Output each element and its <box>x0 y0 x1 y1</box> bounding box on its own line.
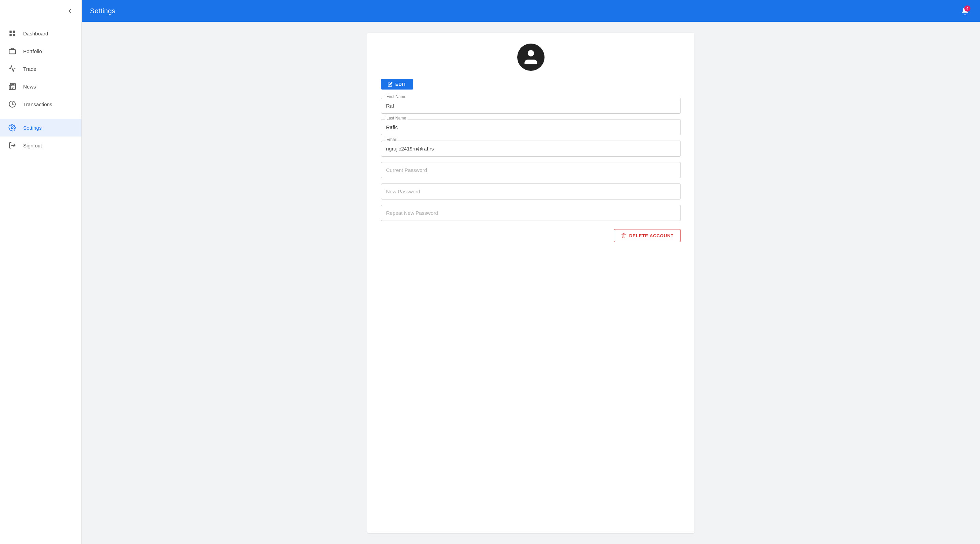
main-content: Settings 4 <box>82 0 980 544</box>
new-password-input[interactable] <box>381 184 681 200</box>
repeat-password-input[interactable] <box>381 205 681 221</box>
form-footer: DELETE ACCOUNT <box>381 229 681 242</box>
sidebar-item-news-label: News <box>23 84 36 90</box>
delete-account-label: DELETE ACCOUNT <box>629 233 674 238</box>
settings-card: EDIT First Name Last Name Email <box>368 33 694 533</box>
svg-rect-0 <box>10 31 11 33</box>
email-label: Email <box>385 137 398 142</box>
sidebar-toggle-area <box>0 0 81 22</box>
svg-point-6 <box>11 127 13 128</box>
sidebar-item-settings-label: Settings <box>23 125 41 131</box>
sidebar-nav: Dashboard Portfolio Trade <box>0 22 81 544</box>
avatar <box>517 44 544 71</box>
content-area: EDIT First Name Last Name Email <box>82 22 980 544</box>
svg-rect-4 <box>9 49 15 54</box>
first-name-group: First Name <box>381 98 681 114</box>
svg-point-8 <box>528 50 534 57</box>
trade-icon <box>8 65 16 73</box>
trash-icon <box>621 233 626 238</box>
sidebar-item-transactions-label: Transactions <box>23 102 52 107</box>
delete-account-button[interactable]: DELETE ACCOUNT <box>614 229 681 242</box>
sidebar-item-news[interactable]: News <box>0 78 81 95</box>
sidebar-bottom: Settings Sign out <box>0 119 81 157</box>
new-password-group <box>381 184 681 200</box>
svg-rect-2 <box>10 34 11 36</box>
sidebar-item-signout-label: Sign out <box>23 143 42 148</box>
sidebar-item-signout[interactable]: Sign out <box>0 136 81 154</box>
last-name-input[interactable] <box>381 119 681 135</box>
transactions-icon <box>8 100 16 108</box>
settings-icon <box>8 124 16 132</box>
current-password-input[interactable] <box>381 162 681 178</box>
topbar: Settings 4 <box>82 0 980 22</box>
user-avatar-icon <box>521 48 541 67</box>
avatar-section <box>381 44 681 71</box>
sidebar-item-dashboard[interactable]: Dashboard <box>0 24 81 42</box>
first-name-label: First Name <box>385 94 408 99</box>
dashboard-icon <box>8 29 16 38</box>
email-input[interactable] <box>381 141 681 157</box>
last-name-group: Last Name <box>381 119 681 135</box>
last-name-label: Last Name <box>385 116 407 121</box>
sidebar-item-dashboard-label: Dashboard <box>23 31 48 36</box>
current-password-group <box>381 162 681 178</box>
edit-button[interactable]: EDIT <box>381 79 413 90</box>
notification-button[interactable]: 4 <box>958 4 972 18</box>
sidebar-item-transactions[interactable]: Transactions <box>0 95 81 113</box>
signout-icon <box>8 141 16 149</box>
pencil-icon <box>388 82 393 87</box>
sidebar-collapse-button[interactable] <box>64 5 76 17</box>
sidebar-item-trade-label: Trade <box>23 66 37 72</box>
topbar-right: 4 <box>958 4 972 18</box>
first-name-input[interactable] <box>381 98 681 114</box>
notification-badge: 4 <box>964 5 970 11</box>
svg-rect-1 <box>13 31 15 33</box>
edit-button-label: EDIT <box>395 82 407 87</box>
portfolio-icon <box>8 47 16 55</box>
sidebar-item-portfolio[interactable]: Portfolio <box>0 42 81 60</box>
email-group: Email <box>381 141 681 157</box>
sidebar-item-settings[interactable]: Settings <box>0 119 81 136</box>
page-title: Settings <box>90 7 116 15</box>
svg-rect-3 <box>13 34 15 36</box>
sidebar-item-trade[interactable]: Trade <box>0 60 81 78</box>
sidebar: Dashboard Portfolio Trade <box>0 0 82 544</box>
sidebar-divider <box>0 116 81 116</box>
sidebar-item-portfolio-label: Portfolio <box>23 48 42 54</box>
repeat-password-group <box>381 205 681 221</box>
news-icon <box>8 82 16 90</box>
